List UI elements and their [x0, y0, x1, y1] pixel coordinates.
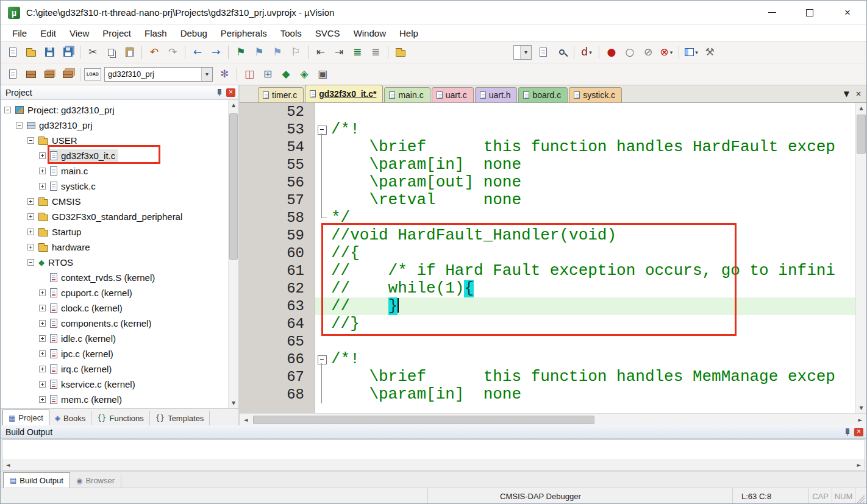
- tree-item-startup[interactable]: Startup: [1, 224, 228, 240]
- browse-symbol-button[interactable]: d▾: [578, 44, 595, 61]
- expander-icon[interactable]: [39, 335, 46, 342]
- open-file-button[interactable]: [23, 44, 40, 61]
- find-in-files-button[interactable]: [535, 44, 552, 61]
- expander-icon[interactable]: [39, 396, 46, 403]
- scroll-right-icon[interactable]: ►: [854, 460, 865, 470]
- editor-hscrollbar[interactable]: ◄ ►: [240, 413, 866, 425]
- scroll-up-icon[interactable]: ▲: [229, 100, 238, 110]
- tab-uart-c[interactable]: uart.c: [432, 87, 474, 102]
- tree-item-rtos[interactable]: ◆RTOS: [1, 255, 228, 270]
- select-software-packs-button[interactable]: ◈: [296, 66, 313, 83]
- expander-icon[interactable]: [39, 320, 46, 327]
- scroll-up-icon[interactable]: ▲: [856, 103, 866, 113]
- code-text[interactable]: //{: [329, 244, 855, 262]
- clear-all-bookmarks-button[interactable]: ⚐: [287, 44, 304, 61]
- uncomment-selection-button[interactable]: ≣: [367, 44, 384, 61]
- find-combobox[interactable]: ▾: [513, 45, 532, 60]
- panel-tab-templates[interactable]: {}Templates: [150, 411, 210, 425]
- line-number[interactable]: 66: [240, 350, 315, 368]
- expander-icon[interactable]: [27, 244, 34, 250]
- line-number[interactable]: 67: [240, 368, 315, 386]
- menu-view[interactable]: View: [63, 25, 96, 41]
- tree-item-components-c-kernel[interactable]: components.c (kernel): [1, 316, 228, 331]
- tab-gd32f3x0-it-c[interactable]: gd32f3x0_it.c*: [305, 85, 383, 102]
- tab-systick-c[interactable]: systick.c: [569, 87, 622, 102]
- target-combobox[interactable]: gd32f310_prj▾: [104, 67, 213, 82]
- expander-icon[interactable]: [4, 107, 11, 113]
- line-number[interactable]: 65: [240, 333, 315, 350]
- dropdown-arrow-icon[interactable]: ▾: [520, 46, 531, 59]
- line-number[interactable]: 57: [240, 191, 315, 209]
- code-text[interactable]: \brief this function handles HardFault e…: [329, 138, 855, 156]
- kill-all-breakpoints-button[interactable]: ⊗▾: [658, 44, 675, 61]
- expander-icon[interactable]: [39, 381, 46, 388]
- code-text[interactable]: //}: [329, 315, 855, 333]
- cut-button[interactable]: ✂: [84, 44, 101, 61]
- menu-tools[interactable]: Tools: [274, 25, 309, 41]
- new-file-button[interactable]: [4, 44, 21, 61]
- line-number[interactable]: 56: [240, 174, 315, 191]
- tree-item-ipc-c-kernel[interactable]: ipc.c (kernel): [1, 346, 228, 361]
- project-tree-scrollbar[interactable]: ▲ ▼: [228, 100, 238, 408]
- expander-icon[interactable]: [39, 350, 46, 357]
- expander-icon[interactable]: [39, 366, 46, 372]
- pack-installer-button[interactable]: ▣: [314, 66, 331, 83]
- expander-icon[interactable]: [27, 229, 34, 235]
- code-text[interactable]: // }: [329, 297, 855, 315]
- code-text[interactable]: */: [329, 209, 855, 227]
- pin-icon[interactable]: [844, 428, 851, 436]
- scrollbar-thumb[interactable]: [229, 113, 238, 260]
- scroll-down-icon[interactable]: ▼: [856, 403, 866, 413]
- scrollbar-thumb[interactable]: [253, 416, 594, 424]
- previous-bookmark-button[interactable]: ⚑: [251, 44, 268, 61]
- scrollbar-thumb[interactable]: [857, 115, 866, 154]
- code-text[interactable]: \param[in] none: [329, 386, 855, 403]
- window-layout-button[interactable]: ▾: [683, 44, 700, 61]
- line-number[interactable]: 52: [240, 103, 315, 121]
- dropdown-arrow-icon[interactable]: ▾: [201, 68, 212, 81]
- tree-item-gd32f310-prj[interactable]: gd32f310_prj: [1, 118, 228, 133]
- editor-vscrollbar[interactable]: ▲ ▼: [855, 103, 866, 413]
- menu-edit[interactable]: Edit: [34, 25, 63, 41]
- code-text[interactable]: /*!: [329, 350, 855, 368]
- expander-icon[interactable]: [39, 152, 46, 159]
- paste-button[interactable]: [121, 44, 138, 61]
- line-number[interactable]: 58: [240, 209, 315, 227]
- comment-selection-button[interactable]: ≣: [349, 44, 366, 61]
- build-output-hscrollbar[interactable]: ◄ ►: [2, 460, 865, 470]
- tree-item-irq-c-kernel[interactable]: irq.c (kernel): [1, 361, 228, 377]
- tree-item-idle-c-kernel[interactable]: idle.c (kernel): [1, 331, 228, 346]
- tree-item-systick-c[interactable]: systick.c: [1, 179, 228, 194]
- copy-button[interactable]: [102, 44, 120, 61]
- line-number[interactable]: 63: [240, 297, 315, 315]
- pin-icon[interactable]: [216, 89, 223, 96]
- scroll-left-icon[interactable]: ◄: [240, 414, 252, 425]
- tree-item-gd32f3x0-it-c[interactable]: gd32f3x0_it.c: [1, 148, 228, 163]
- dropdown-arrow-icon[interactable]: ▾: [589, 49, 592, 55]
- line-number[interactable]: 68: [240, 386, 315, 403]
- code-text[interactable]: \param[out] none: [329, 174, 855, 191]
- manage-run-time-environment-button[interactable]: ◆: [277, 66, 294, 83]
- line-number[interactable]: 54: [240, 138, 315, 156]
- tab-main-c[interactable]: main.c: [384, 87, 430, 102]
- tab-timer-c[interactable]: timer.c: [258, 87, 304, 102]
- insert-template-button[interactable]: [392, 44, 409, 61]
- tree-item-cmsis[interactable]: CMSIS: [1, 194, 228, 209]
- save-button[interactable]: [41, 44, 58, 61]
- tree-item-hardware[interactable]: hardware: [1, 240, 228, 255]
- scroll-left-icon[interactable]: ◄: [2, 460, 13, 470]
- tree-item-mem-c-kernel[interactable]: mem.c (kernel): [1, 392, 228, 407]
- panel-tab-functions[interactable]: {}Functions: [91, 411, 150, 425]
- expander-icon[interactable]: [27, 259, 34, 266]
- line-number[interactable]: 60: [240, 244, 315, 262]
- menu-project[interactable]: Project: [96, 25, 138, 41]
- dropdown-arrow-icon[interactable]: ▾: [670, 49, 673, 55]
- next-bookmark-button[interactable]: ⚑: [269, 44, 286, 61]
- incremental-find-button[interactable]: [553, 44, 570, 61]
- menu-svcs[interactable]: SVCS: [309, 25, 347, 41]
- expander-icon[interactable]: [16, 122, 23, 129]
- disable-all-breakpoints-button[interactable]: ⊘: [640, 44, 657, 61]
- panel-tab-project[interactable]: ▦Project: [2, 410, 49, 425]
- tree-item-context-rvds-s-kernel[interactable]: context_rvds.S (kernel): [1, 270, 228, 285]
- insert-remove-breakpoint-button[interactable]: ●: [603, 44, 620, 61]
